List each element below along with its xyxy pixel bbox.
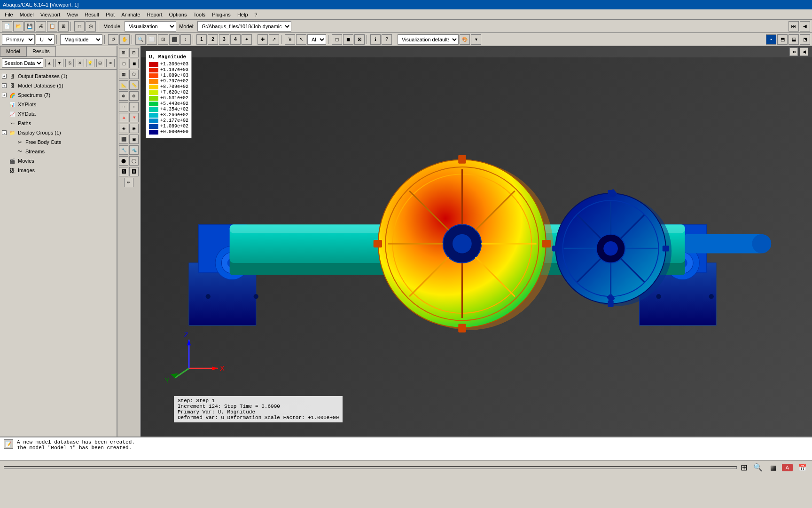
pan-btn[interactable]: ✋: [119, 34, 130, 45]
color-btn[interactable]: 🎨: [460, 34, 470, 45]
menu-options[interactable]: Options: [166, 11, 190, 18]
session-delete[interactable]: ✕: [76, 59, 84, 67]
tab-model[interactable]: Model: [0, 46, 26, 56]
rt-btn-4a[interactable]: 📐: [119, 80, 128, 90]
rt-btn-6a[interactable]: ↔: [119, 102, 128, 111]
tool1[interactable]: ◻: [74, 21, 85, 32]
print-btn[interactable]: 🖨: [36, 21, 46, 32]
rt-btn-2b[interactable]: ◼: [129, 59, 139, 68]
tree-item-xyplots[interactable]: 📊 XYPlots: [0, 100, 117, 109]
session-down[interactable]: ▼: [55, 59, 64, 67]
variable-dropdown[interactable]: Magnitude: [60, 34, 102, 45]
menu-plot[interactable]: Plot: [103, 11, 117, 18]
menu-file[interactable]: File: [2, 11, 16, 18]
rt-btn-12a[interactable]: 🅰: [119, 167, 128, 176]
tab-results[interactable]: Results: [26, 46, 56, 56]
vis-defaults-dropdown[interactable]: Visualization defaults: [398, 34, 459, 45]
rt-btn-12b[interactable]: 🅱: [129, 167, 139, 176]
tree-item-movies[interactable]: 🎬 Movies: [0, 156, 117, 166]
rt-btn-11b[interactable]: ◯: [129, 156, 139, 166]
menu-model[interactable]: Model: [17, 11, 37, 18]
rt-btn-4b[interactable]: 📏: [129, 80, 139, 90]
num1[interactable]: 1: [196, 34, 207, 45]
task-icon[interactable]: ▦: [770, 464, 776, 471]
rt-btn-6b[interactable]: ↕: [129, 102, 139, 111]
save-btn[interactable]: 💾: [24, 21, 35, 32]
menu-view[interactable]: View: [64, 11, 81, 18]
rt-btn-8b[interactable]: ◉: [129, 124, 139, 133]
rt-btn-8a[interactable]: ◈: [119, 124, 128, 133]
info-btn[interactable]: ℹ: [370, 34, 381, 45]
menu-question[interactable]: ?: [252, 11, 260, 18]
query-btn[interactable]: ?: [382, 34, 392, 45]
rt-btn-5a[interactable]: ⊕: [119, 91, 128, 101]
print2-btn[interactable]: 📋: [47, 21, 57, 32]
module-dropdown[interactable]: Visualization: [125, 21, 176, 32]
session-dropdown[interactable]: Session Data: [2, 58, 43, 68]
tree-item-model-db[interactable]: + 🗄 Model Database (1): [0, 81, 117, 90]
zoom-box[interactable]: ⬜: [147, 34, 157, 45]
wire-btn[interactable]: ⊠: [354, 34, 365, 45]
session-info[interactable]: 💡: [86, 59, 94, 67]
rt-btn-3b[interactable]: ⬡: [129, 70, 139, 79]
tool2[interactable]: ◎: [86, 21, 96, 32]
tree-item-free-body-cuts[interactable]: ✂ Free Body Cuts: [0, 137, 117, 147]
expand-model-db[interactable]: +: [2, 83, 7, 88]
deform-dropdown[interactable]: U: [36, 34, 55, 45]
select-btn[interactable]: ↖: [296, 34, 306, 45]
menu-result[interactable]: Result: [82, 11, 102, 18]
expand-output-dbs[interactable]: +: [2, 74, 7, 79]
expand-display-groups[interactable]: -: [2, 130, 7, 135]
menu-viewport[interactable]: Viewport: [38, 11, 63, 18]
primary-dropdown[interactable]: Primary: [2, 34, 35, 45]
search-icon[interactable]: 🔍: [753, 463, 763, 472]
probe-btn[interactable]: 🖱: [285, 34, 295, 45]
rt-btn-10a[interactable]: 🔧: [119, 145, 128, 155]
menu-animate[interactable]: Animate: [118, 11, 143, 18]
rt-btn-11a[interactable]: ⬤: [119, 156, 128, 166]
arrow-btn[interactable]: ↗: [269, 34, 279, 45]
vp-layout3[interactable]: ⬓: [789, 34, 799, 45]
tree-item-xydata[interactable]: 📈 XYData: [0, 109, 117, 119]
rt-btn-5b[interactable]: ⊗: [129, 91, 139, 101]
rt-btn-7a[interactable]: 🔺: [119, 113, 128, 122]
view2[interactable]: ↕: [180, 34, 191, 45]
rt-pencil-btn[interactable]: ✏: [124, 178, 133, 187]
tree-item-paths[interactable]: 〰 Paths: [0, 119, 117, 128]
expand-spectrums[interactable]: +: [2, 93, 7, 97]
session-list[interactable]: ≡: [106, 59, 115, 67]
tree-item-streams[interactable]: 〜 Streams: [0, 147, 117, 156]
model-dropdown[interactable]: G:/Abaqus_files/1018/Job-dynamic.odb: [197, 21, 291, 32]
open-btn[interactable]: 📂: [13, 21, 23, 32]
menu-tools[interactable]: Tools: [190, 11, 208, 18]
tree-item-display-groups[interactable]: - 📁 Display Groups (1): [0, 128, 117, 137]
rotate-btn[interactable]: ↺: [108, 34, 118, 45]
zoom-btn[interactable]: 🔍: [135, 34, 146, 45]
rt-btn-10b[interactable]: 🔩: [129, 145, 139, 155]
new-btn[interactable]: 📄: [2, 21, 12, 32]
zoom-fit[interactable]: ⊡: [158, 34, 168, 45]
menu-report[interactable]: Report: [144, 11, 165, 18]
nav-prev[interactable]: ◀: [800, 21, 810, 32]
tree-item-spectrums[interactable]: + 🌈 Spectrums (7): [0, 90, 117, 100]
view3d-btn[interactable]: ◻: [332, 34, 342, 45]
num2[interactable]: 2: [208, 34, 218, 45]
rt-btn-9b[interactable]: ▣: [129, 135, 139, 144]
vp-layout1[interactable]: ▪: [766, 34, 776, 45]
vp-layout2[interactable]: ⬒: [777, 34, 788, 45]
vp-layout4[interactable]: ⬔: [800, 34, 810, 45]
rt-btn-7b[interactable]: 🔻: [129, 113, 139, 122]
nav-first[interactable]: ⏮: [789, 21, 799, 32]
tree-item-output-dbs[interactable]: + 🗄 Output Databases (1): [0, 71, 117, 81]
viewport[interactable]: ⏮ ◀ U, Magnitude +1.306e+03 +1.197e+03 +…: [141, 46, 812, 437]
windows-start-icon[interactable]: ⊞: [741, 462, 748, 473]
session-copy[interactable]: ⎘: [65, 59, 74, 67]
star-btn[interactable]: ✦: [242, 34, 252, 45]
rt-btn-1a[interactable]: ⊞: [119, 48, 128, 57]
rt-btn-3a[interactable]: ▦: [119, 70, 128, 79]
num3[interactable]: 3: [219, 34, 229, 45]
view1[interactable]: ⬛: [169, 34, 180, 45]
rt-btn-9a[interactable]: ⬛: [119, 135, 128, 144]
session-grid[interactable]: ⊞: [96, 59, 105, 67]
chevron-btn[interactable]: ▾: [471, 34, 481, 45]
